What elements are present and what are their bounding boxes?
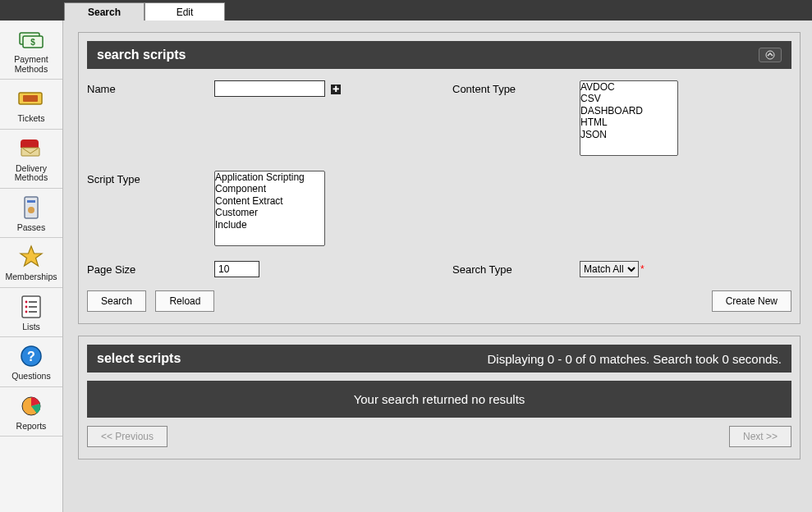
sidebar-item-label: Questions (11, 372, 50, 382)
results-title: select scripts (97, 351, 181, 366)
memberships-icon (17, 245, 45, 269)
search-button[interactable]: Search (87, 290, 146, 312)
sidebar-item-label: Tickets (18, 114, 45, 124)
add-name-button[interactable]: ✚ (331, 85, 341, 94)
page-size-input[interactable] (214, 261, 259, 277)
tab-bar: Search Edit (0, 0, 812, 21)
search-type-label: Search Type (452, 261, 563, 276)
sidebar-item-label: Reports (16, 422, 47, 432)
pager: << Previous Next >> (87, 426, 791, 447)
sidebar-item-label: Memberships (5, 272, 57, 282)
page-size-label: Page Size (87, 261, 198, 276)
payment-methods-icon: $ (17, 27, 45, 52)
sidebar-item-tickets[interactable]: Tickets (0, 80, 62, 130)
no-results-message: Your search returned no results (87, 381, 791, 418)
required-marker: * (640, 263, 645, 275)
script-type-label: Script Type (87, 171, 198, 185)
sidebar-item-lists[interactable]: Lists (0, 288, 62, 338)
chevron-up-icon (765, 50, 775, 60)
sidebar-item-reports[interactable]: Reports (0, 387, 62, 437)
tab-edit[interactable]: Edit (145, 2, 225, 21)
results-summary: Displaying 0 - 0 of 0 matches. Search to… (487, 352, 782, 366)
sidebar-item-label: Payment Methods (2, 55, 61, 74)
name-label: Name (87, 80, 198, 95)
sidebar-item-payment-methods[interactable]: $ Payment Methods (0, 21, 62, 80)
results-header: select scripts Displaying 0 - 0 of 0 mat… (87, 345, 791, 373)
passes-icon (17, 195, 45, 220)
sidebar-item-label: Lists (22, 322, 40, 332)
left-sidebar: $ Payment Methods Tickets (0, 21, 63, 512)
sidebar-item-label: Delivery Methods (2, 164, 61, 183)
tickets-icon (17, 86, 45, 111)
name-input[interactable] (214, 80, 325, 97)
search-panel: search scripts Name ✚ Content Type A (78, 32, 801, 324)
reports-icon (17, 394, 45, 418)
svg-point-20 (766, 51, 774, 59)
script-type-select[interactable]: Application ScriptingComponentContent Ex… (214, 171, 325, 246)
content-type-select[interactable]: AVDOCCSVDASHBOARDHTMLJSON (580, 80, 678, 156)
content-type-label: Content Type (452, 80, 563, 95)
svg-point-8 (28, 207, 34, 213)
sidebar-item-memberships[interactable]: Memberships (0, 238, 62, 288)
svg-marker-9 (21, 246, 42, 266)
lists-icon (17, 295, 45, 319)
results-panel: select scripts Displaying 0 - 0 of 0 mat… (78, 336, 801, 459)
svg-rect-4 (23, 95, 38, 102)
delivery-methods-icon (17, 136, 45, 161)
svg-point-13 (25, 305, 28, 308)
svg-text:?: ? (27, 350, 35, 363)
tab-search-label: Search (88, 7, 121, 18)
previous-button[interactable]: << Previous (87, 426, 167, 447)
tab-edit-label: Edit (177, 7, 194, 18)
sidebar-item-label: Passes (17, 223, 45, 233)
tab-search[interactable]: Search (64, 2, 145, 21)
search-type-select[interactable]: Match All (580, 261, 639, 277)
svg-text:$: $ (30, 38, 35, 47)
questions-icon: ? (17, 344, 45, 368)
search-panel-header: search scripts (87, 41, 791, 69)
sidebar-item-delivery-methods[interactable]: Delivery Methods (0, 130, 62, 189)
collapse-button[interactable] (759, 48, 782, 62)
svg-point-15 (25, 310, 28, 313)
svg-point-11 (25, 300, 28, 303)
sidebar-item-passes[interactable]: Passes (0, 189, 62, 239)
create-new-button[interactable]: Create New (712, 290, 791, 312)
search-panel-title: search scripts (97, 48, 186, 62)
reload-button[interactable]: Reload (155, 290, 214, 312)
sidebar-item-questions[interactable]: ? Questions (0, 337, 62, 387)
main-content: search scripts Name ✚ Content Type A (63, 21, 812, 512)
next-button[interactable]: Next >> (729, 426, 791, 447)
svg-rect-7 (27, 200, 35, 203)
